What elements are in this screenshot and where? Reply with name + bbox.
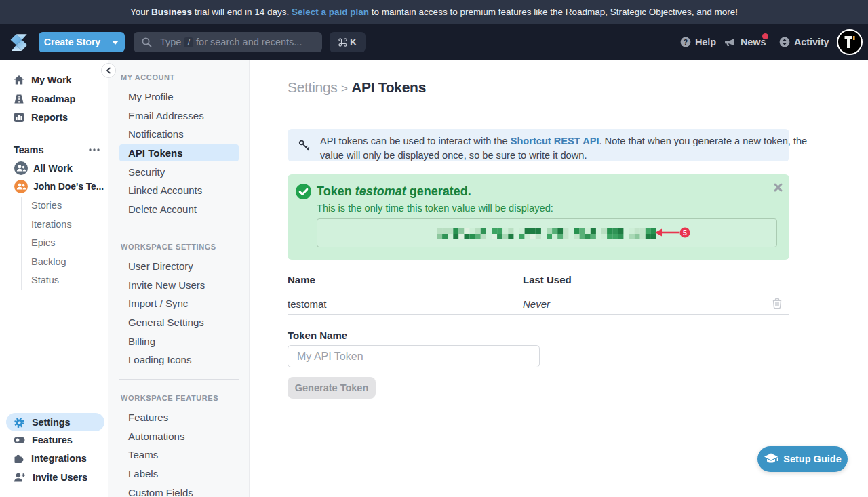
svg-text:5: 5 [683, 228, 687, 237]
svg-text:?: ? [684, 38, 688, 46]
